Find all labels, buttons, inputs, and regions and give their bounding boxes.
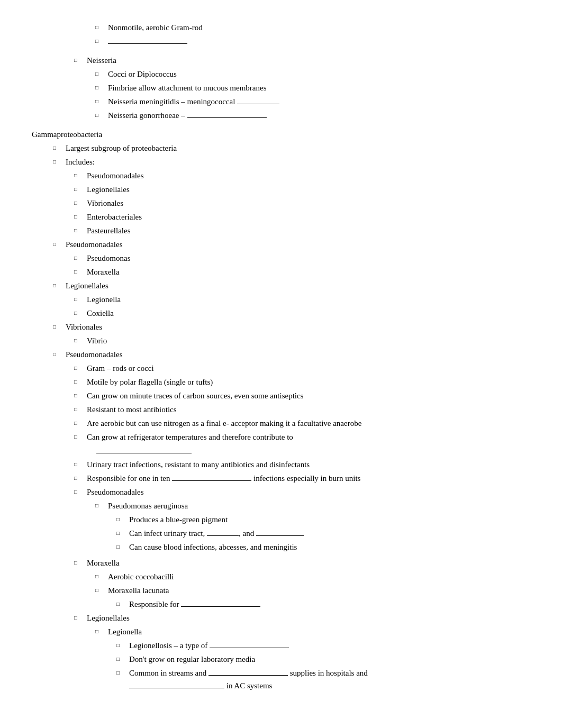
item-text: Motile by polar flagella (single or tuft… xyxy=(87,376,530,388)
blank-field xyxy=(187,117,267,118)
bullet-icon: □ xyxy=(95,84,105,92)
bullet-icon: □ xyxy=(74,614,84,622)
item-text: Moraxella xyxy=(87,557,530,569)
bullet-icon: □ xyxy=(53,350,62,359)
bullet-icon: □ xyxy=(74,419,84,427)
item-text: Are aerobic but can use nitrogen as a fi… xyxy=(87,417,530,430)
list-item: □ Vibrionales xyxy=(74,197,530,210)
item-text: Pasteurellales xyxy=(87,224,530,237)
list-item: □ Vibrio xyxy=(74,334,530,347)
bullet-icon: □ xyxy=(53,281,62,290)
bullet-icon: □ xyxy=(116,515,126,524)
list-item: □ Nonmotile, aerobic Gram-rod xyxy=(95,21,530,34)
item-text: Nonmotile, aerobic Gram-rod xyxy=(108,21,530,34)
list-item: □ Pasteurellales xyxy=(74,224,530,237)
list-item: □ Vibrionales xyxy=(53,321,530,333)
list-item: □ Gram – rods or cocci xyxy=(74,362,530,375)
item-text: Neisseria meningitidis – meningococcal xyxy=(108,95,530,108)
bullet-icon: □ xyxy=(53,240,62,249)
list-item: □ Aerobic coccobacilli xyxy=(95,570,530,583)
blank-line-block xyxy=(74,444,530,457)
bullet-icon: □ xyxy=(53,158,62,166)
item-text: Vibrionales xyxy=(87,197,530,210)
item-text: Fimbriae allow attachment to mucous memb… xyxy=(108,81,530,94)
bullet-icon: □ xyxy=(116,529,126,538)
bullet-icon: □ xyxy=(74,559,84,567)
bullet-icon: □ xyxy=(74,199,84,207)
list-item: □ Pseudomonadales xyxy=(53,348,530,361)
item-text: Pseudomonadales xyxy=(87,169,530,182)
item-text: Neisseria xyxy=(87,54,530,67)
item-text: Legionella xyxy=(108,625,530,638)
item-text: Pseudomonadales xyxy=(66,348,530,361)
list-item: □ Can grow at refrigerator temperatures … xyxy=(74,431,530,443)
list-item: □ Legionella xyxy=(95,625,530,638)
bullet-icon: □ xyxy=(74,405,84,414)
list-item: □ Are aerobic but can use nitrogen as a … xyxy=(74,417,530,430)
item-text: Produces a blue-green pigment xyxy=(129,513,530,526)
list-item: □ Pseudomonas xyxy=(74,252,530,265)
blank-field xyxy=(210,648,289,648)
bullet-icon: □ xyxy=(116,669,126,677)
blank-field xyxy=(209,675,288,676)
item-text: Legionellales xyxy=(66,279,530,292)
bullet-icon: □ xyxy=(74,364,84,372)
item-text: Moraxella xyxy=(87,266,530,278)
list-item: □ Enterobacteriales xyxy=(74,211,530,223)
list-item: □ Can cause blood infections, abcesses, … xyxy=(116,541,530,553)
item-text: Aerobic coccobacilli xyxy=(108,570,530,583)
bullet-icon: □ xyxy=(74,226,84,235)
item-text: Resistant to most antibiotics xyxy=(87,403,530,416)
item-text: Pseudomonas aeruginosa xyxy=(108,499,530,512)
bullet-icon: □ xyxy=(74,433,84,441)
item-text: Responsible for one in ten infections es… xyxy=(87,472,530,485)
bullet-icon: □ xyxy=(116,600,126,608)
blank-field xyxy=(207,535,239,536)
list-item: □ Common in streams and supplies in hosp… xyxy=(116,667,530,692)
list-item: □ Fimbriae allow attachment to mucous me… xyxy=(95,81,530,94)
list-item: □ Pseudomonadales xyxy=(53,238,530,251)
item-text: Pseudomonas xyxy=(87,252,530,265)
list-item: □ Coxiella xyxy=(74,307,530,320)
bullet-icon: □ xyxy=(95,111,105,120)
blank-field xyxy=(96,453,192,453)
blank-field xyxy=(108,43,187,44)
item-text: Coxiella xyxy=(87,307,530,320)
item-text: Don't grow on regular laboratory media xyxy=(129,653,530,666)
bullet-icon: □ xyxy=(95,586,105,595)
list-item: □ Can infect urinary tract, , and xyxy=(116,527,530,540)
blank-field xyxy=(172,480,251,481)
item-text: Largest subgroup of proteobacteria xyxy=(66,142,530,154)
bullet-icon: □ xyxy=(116,543,126,551)
item-text: Urinary tract infections, resistant to m… xyxy=(87,458,530,471)
list-item: □ Largest subgroup of proteobacteria xyxy=(53,142,530,154)
list-item: □ xyxy=(95,35,530,48)
bullet-icon: □ xyxy=(74,336,84,345)
blank-field xyxy=(129,688,224,688)
bullet-icon: □ xyxy=(95,37,105,46)
bullet-icon: □ xyxy=(95,572,105,581)
item-text: Cocci or Diplococcus xyxy=(108,68,530,80)
bullet-icon: □ xyxy=(74,474,84,483)
item-text: Legionella xyxy=(87,293,530,306)
bullet-icon: □ xyxy=(74,268,84,276)
main-content: □ Nonmotile, aerobic Gram-rod □ □ Neisse… xyxy=(32,21,530,692)
list-item: □ Legionellales xyxy=(53,279,530,292)
list-item: □ Neisseria meningitidis – meningococcal xyxy=(95,95,530,108)
bullet-icon: □ xyxy=(74,460,84,469)
blank-field xyxy=(181,606,260,607)
bullet-icon: □ xyxy=(74,254,84,262)
list-item: □ Pseudomonadales xyxy=(74,486,530,498)
bullet-icon: □ xyxy=(95,97,105,106)
bullet-icon: □ xyxy=(116,655,126,663)
bullet-icon: □ xyxy=(74,392,84,400)
item-text: Pseudomonadales xyxy=(87,486,530,498)
bullet-icon: □ xyxy=(74,309,84,317)
item-text: Common in streams and supplies in hospit… xyxy=(129,667,530,692)
list-item: □ Produces a blue-green pigment xyxy=(116,513,530,526)
list-item: □ Cocci or Diplococcus xyxy=(95,68,530,80)
item-text: Vibrionales xyxy=(66,321,530,333)
item-text: Includes: xyxy=(66,156,530,168)
item-text: Pseudomonadales xyxy=(66,238,530,251)
bullet-icon: □ xyxy=(95,627,105,636)
